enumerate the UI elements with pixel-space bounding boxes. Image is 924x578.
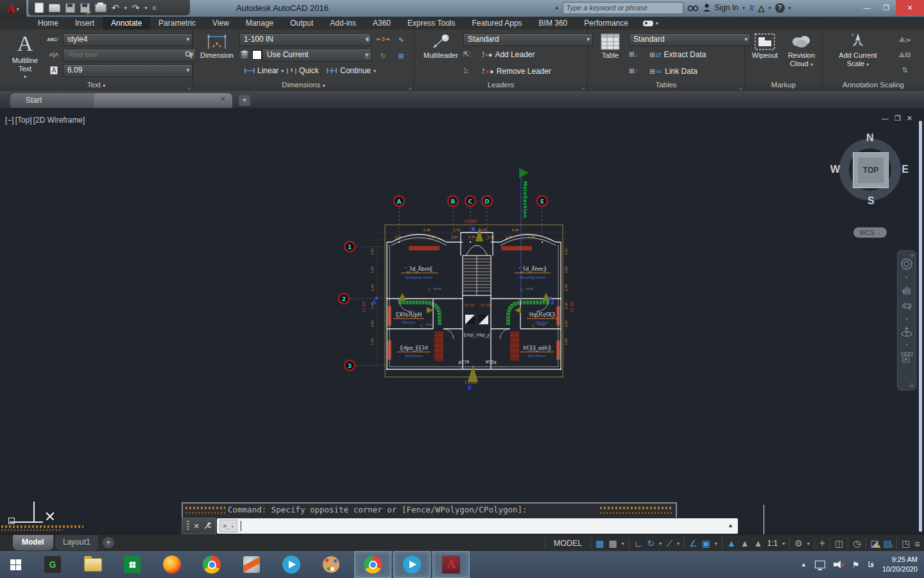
- panel-title-dimensions[interactable]: Dimensions ▾: [193, 81, 414, 91]
- file-tab-start[interactable]: Start: [10, 93, 107, 108]
- language-indicator[interactable]: فا: [868, 560, 874, 569]
- navigation-wheel-icon[interactable]: [900, 258, 913, 270]
- dim-style-combo[interactable]: 1-100 IN: [239, 33, 372, 46]
- clock[interactable]: 9:25 AM 10/20/2020: [882, 555, 918, 574]
- extract-data-button[interactable]: ⊞⇄Extract Data: [649, 50, 706, 59]
- multileader-button[interactable]: Multileader: [420, 33, 462, 60]
- showmotion-icon[interactable]: [901, 352, 913, 363]
- osnap-dropdown-icon[interactable]: ▾: [715, 541, 717, 547]
- taskbar-file-explorer[interactable]: [76, 551, 109, 578]
- command-close-icon[interactable]: ✕: [193, 522, 199, 530]
- osnap-tracking-icon[interactable]: ∠: [689, 539, 697, 548]
- help-search-input[interactable]: [563, 2, 683, 14]
- viewcube-west[interactable]: W: [830, 164, 840, 175]
- help-dropdown-icon[interactable]: ▾: [789, 5, 791, 11]
- save-icon[interactable]: [65, 3, 75, 13]
- orbit-dropdown-icon[interactable]: ▾: [905, 342, 908, 347]
- tab-insert[interactable]: Insert: [67, 17, 103, 30]
- osnap-icon[interactable]: ▣: [702, 539, 710, 548]
- spell-check-icon[interactable]: ABC✓: [47, 33, 60, 45]
- plot-icon[interactable]: [95, 4, 107, 12]
- dim-override-icon[interactable]: ⊞: [395, 50, 407, 62]
- multiline-text-button[interactable]: A Multiline Text▾: [5, 32, 45, 80]
- search-binoculars-icon[interactable]: [687, 4, 699, 12]
- download-from-source-icon[interactable]: ⊞↓: [629, 50, 638, 58]
- find-text-box[interactable]: ABC: [63, 49, 196, 62]
- command-drag-handle[interactable]: [187, 521, 189, 531]
- ribbon-display-icon[interactable]: [643, 21, 653, 26]
- quick-dimension-button[interactable]: Quick: [287, 66, 319, 75]
- workspace-gear-icon[interactable]: ⚙: [794, 539, 803, 548]
- drawing-restore-icon[interactable]: ❐: [894, 114, 901, 123]
- command-history-toggle-icon[interactable]: ▲: [728, 522, 733, 529]
- sign-in-button[interactable]: Sign In: [715, 3, 739, 12]
- taskbar-store[interactable]: [116, 551, 149, 578]
- qat-customize-icon[interactable]: ≡: [153, 4, 157, 12]
- navwheel-dropdown-icon[interactable]: ▾: [905, 275, 908, 280]
- add-leader-button[interactable]: ⤴+●Add Leader: [481, 50, 535, 59]
- command-prompt-chip[interactable]: >_▾: [219, 520, 237, 532]
- restore-button[interactable]: ❐: [877, 0, 896, 15]
- isolate-objects-icon[interactable]: ◷: [853, 539, 860, 548]
- dim-check-icon[interactable]: ☑: [361, 50, 374, 62]
- dim-panel-launcher-icon[interactable]: ⌟: [409, 83, 411, 90]
- text-style-combo[interactable]: style4: [63, 33, 193, 46]
- annotation-scale-icon[interactable]: ▲: [754, 539, 763, 548]
- pan-icon[interactable]: [901, 285, 912, 295]
- table-style-combo[interactable]: Standard: [629, 33, 751, 46]
- viewport-view-control[interactable]: [Top]: [15, 116, 32, 125]
- isodraft-icon[interactable]: ⟋: [666, 539, 672, 548]
- ortho-icon[interactable]: ∟: [634, 539, 643, 548]
- isodraft-dropdown-icon[interactable]: ▾: [677, 541, 680, 547]
- undo-icon[interactable]: ↶: [112, 3, 119, 12]
- command-input-field[interactable]: >_▾ ▲: [217, 518, 738, 534]
- mleader-style-combo[interactable]: Standard: [463, 33, 593, 46]
- a360-icon[interactable]: △: [758, 3, 765, 13]
- model-space-tab[interactable]: Model: [13, 535, 53, 550]
- viewcube-south[interactable]: S: [868, 195, 875, 207]
- file-tab-drawing[interactable]: ✕: [94, 93, 232, 108]
- taskbar-chrome[interactable]: [195, 551, 228, 578]
- taskbar-paint[interactable]: [314, 551, 348, 578]
- drawing-scrollbar[interactable]: [919, 121, 922, 532]
- annoreset-icon[interactable]: ⟁⊟: [898, 49, 911, 60]
- viewport-minus-control[interactable]: [−]: [5, 116, 14, 125]
- link-data-button[interactable]: ⊞≔Link Data: [649, 67, 697, 76]
- drawing-minimize-icon[interactable]: —: [882, 114, 889, 123]
- new-file-icon[interactable]: [35, 3, 44, 13]
- tab-view[interactable]: View: [204, 17, 237, 30]
- zoom-icon[interactable]: [901, 300, 913, 312]
- leaders-panel-launcher-icon[interactable]: ⌟: [582, 83, 585, 90]
- new-drawing-tab-button[interactable]: +: [239, 95, 250, 106]
- polar-dropdown-icon[interactable]: ▾: [659, 541, 662, 547]
- viewcube-top-face[interactable]: TOP: [853, 152, 889, 188]
- volume-muted-icon[interactable]: ✕: [834, 560, 844, 569]
- annotation-visibility-icon[interactable]: ▲: [727, 539, 736, 548]
- a360-dropdown-icon[interactable]: ▾: [769, 5, 771, 11]
- model-paper-toggle[interactable]: MODEL: [550, 539, 586, 548]
- tables-panel-launcher-icon[interactable]: ⌟: [739, 83, 742, 90]
- sign-in-dropdown-icon[interactable]: ▾: [742, 5, 745, 11]
- text-height-combo[interactable]: 6.09: [63, 64, 193, 77]
- tab-featured-apps[interactable]: Featured Apps: [464, 17, 531, 30]
- annotation-scale-value[interactable]: 1:1: [767, 539, 778, 548]
- close-button[interactable]: ✕: [896, 0, 924, 15]
- hardware-acceleration-icon[interactable]: ▤✓: [884, 539, 892, 548]
- tab-output[interactable]: Output: [282, 17, 321, 30]
- application-menu-button[interactable]: A▾: [0, 0, 26, 18]
- upload-to-source-icon[interactable]: ⊞↑: [629, 67, 638, 75]
- panel-title-tables[interactable]: Tables: [588, 81, 744, 91]
- save-as-icon[interactable]: [80, 3, 90, 13]
- table-button[interactable]: Table: [594, 33, 626, 60]
- taskbar-media-app[interactable]: G: [36, 551, 69, 578]
- tab-addins[interactable]: Add-ins: [321, 17, 364, 30]
- polar-tracking-icon[interactable]: ↻: [647, 539, 654, 548]
- find-text-input[interactable]: [67, 50, 153, 59]
- wcs-menu[interactable]: WCS⌄: [853, 227, 887, 238]
- tab-express-tools[interactable]: Express Tools: [399, 17, 463, 30]
- viewport-visual-style-control[interactable]: [2D Wireframe]: [33, 116, 85, 125]
- annotation-autoscale-icon[interactable]: ▲: [740, 539, 749, 548]
- scale-dropdown-icon[interactable]: ▾: [782, 541, 785, 547]
- workspace-dropdown-icon[interactable]: ▾: [807, 541, 810, 547]
- navbar-close-icon[interactable]: ⊗: [910, 252, 914, 258]
